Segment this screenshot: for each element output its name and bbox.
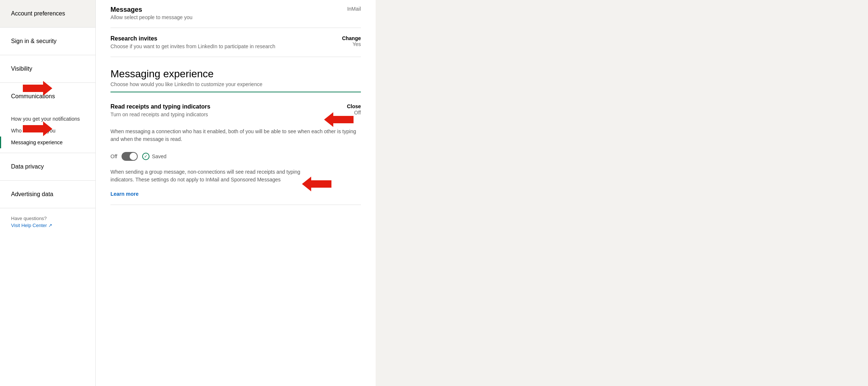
research-invites-right: Change Yes bbox=[331, 35, 361, 47]
messages-setting-right: InMail bbox=[331, 6, 361, 12]
messaging-experience-title: Messaging experience bbox=[110, 68, 361, 80]
messages-setting-row: Messages Allow select people to message … bbox=[110, 0, 361, 28]
sidebar-footer: Have questions? Visit Help Center ↗ bbox=[0, 208, 95, 236]
content-area: Messages Allow select people to message … bbox=[96, 0, 376, 205]
have-questions-label: Have questions? bbox=[11, 216, 84, 221]
sidebar-item-who-can-reach[interactable]: Who can reach you bbox=[0, 125, 95, 137]
read-receipts-setting: Read receipts and typing indicators Turn… bbox=[110, 96, 361, 205]
sidebar-section-communications: Communications How you get your notifica… bbox=[0, 83, 95, 153]
sidebar-item-communications[interactable]: Communications bbox=[0, 83, 95, 110]
sidebar-item-notifications[interactable]: How you get your notifications bbox=[0, 113, 95, 125]
visit-help-center-link[interactable]: Visit Help Center ↗ bbox=[11, 223, 84, 228]
read-receipts-note: When sending a group message, non-connec… bbox=[110, 165, 324, 187]
messages-desc: Allow select people to message you bbox=[110, 14, 331, 20]
help-center-label: Visit Help Center bbox=[11, 223, 47, 228]
sidebar-item-advertising-data[interactable]: Advertising data bbox=[0, 181, 95, 208]
sidebar-item-messaging-experience[interactable]: Messaging experience bbox=[0, 137, 95, 148]
research-invites-value: Yes bbox=[331, 41, 361, 47]
external-link-icon: ↗ bbox=[48, 223, 52, 228]
sidebar-section-data-privacy: Data privacy bbox=[0, 153, 95, 181]
research-invites-left: Research invites Choose if you want to g… bbox=[110, 35, 331, 49]
read-receipts-close: Close Off bbox=[347, 103, 361, 116]
read-receipts-header: Read receipts and typing indicators Turn… bbox=[110, 103, 361, 117]
sidebar-item-account-preferences[interactable]: Account preferences bbox=[0, 0, 95, 27]
saved-checkmark-icon: ✓ bbox=[142, 153, 150, 160]
sidebar-item-sign-in-security[interactable]: Sign in & security bbox=[0, 28, 95, 55]
toggle-knob bbox=[130, 153, 137, 160]
read-receipts-title: Read receipts and typing indicators bbox=[110, 103, 210, 110]
read-receipts-toggle[interactable] bbox=[122, 152, 138, 161]
research-invites-action[interactable]: Change bbox=[331, 35, 361, 41]
messaging-experience-section-header: Messaging experience Choose how would yo… bbox=[110, 57, 361, 96]
research-invites-desc: Choose if you want to get invites from L… bbox=[110, 43, 331, 49]
learn-more-link[interactable]: Learn more bbox=[110, 191, 138, 197]
sidebar: Account preferences Sign in & security V… bbox=[0, 0, 96, 386]
sidebar-item-visibility[interactable]: Visibility bbox=[0, 55, 95, 82]
read-receipts-body-text: When messaging a connection who has it e… bbox=[110, 123, 361, 148]
section-divider bbox=[110, 92, 361, 92]
main-content: Messages Allow select people to message … bbox=[96, 0, 376, 386]
messages-value: InMail bbox=[331, 6, 361, 12]
read-receipts-left: Read receipts and typing indicators Turn… bbox=[110, 103, 210, 117]
close-off-value: Off bbox=[354, 110, 361, 116]
toggle-off-label: Off bbox=[110, 153, 117, 159]
toggle-row: Off ✓ Saved bbox=[110, 148, 361, 165]
messages-title: Messages bbox=[110, 6, 331, 14]
research-invites-row: Research invites Choose if you want to g… bbox=[110, 28, 361, 57]
messaging-experience-subtitle: Choose how would you like LinkedIn to cu… bbox=[110, 81, 361, 87]
research-invites-title: Research invites bbox=[110, 35, 331, 42]
sidebar-section-account: Account preferences bbox=[0, 0, 95, 28]
close-button[interactable]: Close bbox=[347, 103, 361, 109]
sidebar-section-advertising: Advertising data bbox=[0, 181, 95, 208]
sidebar-item-data-privacy[interactable]: Data privacy bbox=[0, 153, 95, 180]
sidebar-section-signin: Sign in & security bbox=[0, 28, 95, 55]
messages-setting-left: Messages Allow select people to message … bbox=[110, 6, 331, 20]
sidebar-section-visibility: Visibility bbox=[0, 55, 95, 83]
saved-badge: ✓ Saved bbox=[142, 153, 166, 160]
saved-label: Saved bbox=[152, 153, 166, 159]
read-receipts-desc: Turn on read receipts and typing indicat… bbox=[110, 111, 210, 117]
communications-subitems: How you get your notifications Who can r… bbox=[0, 110, 95, 153]
